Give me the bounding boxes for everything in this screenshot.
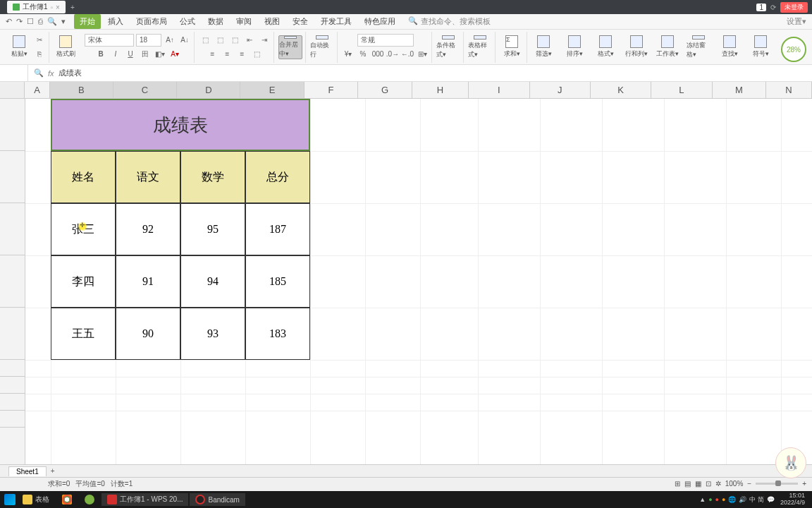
row-header[interactable] (0, 99, 25, 151)
menu-start[interactable]: 开始 (74, 14, 101, 29)
tray-volume-icon[interactable]: 🔊 (739, 496, 746, 503)
row-header[interactable] (0, 151, 25, 203)
header-cell[interactable]: 数学 (180, 151, 245, 203)
conditional-format-button[interactable]: 条件格式▾ (436, 35, 460, 59)
menu-security[interactable]: 安全 (287, 14, 314, 29)
strike-button[interactable]: 田 (139, 48, 152, 61)
wrap-text-button[interactable]: 自动换行 (310, 35, 334, 59)
align-left-button[interactable]: ≡ (207, 48, 219, 61)
data-cell[interactable]: 93 (180, 308, 245, 360)
italic-button[interactable]: I (109, 48, 122, 61)
data-cell[interactable]: 90 (116, 308, 180, 360)
col-header-B[interactable]: B (50, 82, 113, 98)
find-button[interactable]: 查找▾ (718, 35, 742, 59)
view-normal-icon[interactable]: ⊞ (675, 480, 680, 488)
col-header-D[interactable]: D (177, 82, 240, 98)
worksheet-button[interactable]: 工作表▾ (656, 35, 679, 59)
grow-font-button[interactable]: A↑ (164, 34, 176, 47)
cells-canvas[interactable]: 成绩表 姓名 语文 数学 总分 张三 92 95 187 李四 91 94 18… (25, 99, 812, 464)
header-cell[interactable]: 总分 (245, 151, 310, 203)
formula-input[interactable]: 成绩表 (59, 68, 82, 78)
row-header[interactable] (0, 377, 25, 394)
align-top-button[interactable]: ⬚ (199, 34, 211, 47)
data-cell[interactable]: 185 (245, 255, 310, 308)
menu-special[interactable]: 特色应用 (359, 14, 401, 29)
font-color-button[interactable]: A▾ (168, 48, 181, 61)
redo-button[interactable]: ↷ (16, 17, 23, 26)
col-header-J[interactable]: J (530, 82, 591, 98)
row-header[interactable] (0, 308, 25, 360)
number-format-select[interactable]: 常规 (357, 34, 414, 47)
view-break-icon[interactable]: ▦ (695, 480, 701, 488)
underline-button[interactable]: U (124, 48, 137, 61)
data-cell[interactable]: 李四 (51, 255, 116, 308)
performance-badge[interactable]: 28% (781, 37, 806, 62)
merge-center-button[interactable]: 合并居中▾ (278, 35, 302, 59)
sheet-tab[interactable]: Sheet1 (8, 466, 47, 476)
zoom-in-button[interactable]: + (802, 480, 806, 488)
sort-button[interactable]: 排序▾ (562, 35, 586, 59)
row-header[interactable] (0, 255, 25, 308)
data-cell[interactable]: 王五 (51, 308, 116, 360)
login-button[interactable]: 未登录 (780, 2, 808, 13)
format-painter-button[interactable]: 格式刷 (54, 35, 78, 59)
zoom-out-button[interactable]: − (747, 480, 751, 488)
data-cell[interactable]: 91 (116, 255, 180, 308)
percent-button[interactable]: % (357, 48, 369, 61)
menu-layout[interactable]: 页面布局 (130, 14, 173, 29)
indent-inc-button[interactable]: ⇥ (258, 34, 271, 47)
settings-dropdown[interactable]: 设置▾ (787, 16, 806, 27)
cut-button[interactable]: ✂ (33, 34, 46, 47)
row-header[interactable] (0, 411, 25, 428)
tab-close-icon[interactable]: × (56, 4, 60, 11)
align-right-button[interactable]: ≡ (236, 48, 249, 61)
tray-icon[interactable]: ● (715, 496, 719, 503)
menu-insert[interactable]: 插入 (102, 14, 129, 29)
undo-button[interactable]: ↶ (6, 17, 12, 26)
taskbar-chrome[interactable] (56, 493, 78, 506)
data-cell[interactable]: 94 (180, 255, 245, 308)
tray-notifications-icon[interactable]: 💬 (767, 496, 775, 503)
data-cell[interactable]: 95 (180, 203, 245, 255)
preview-button[interactable]: 🔍 (47, 17, 57, 26)
bold-button[interactable]: B (94, 48, 107, 61)
dec-decimal-button[interactable]: ←.0 (401, 48, 414, 61)
copy-button[interactable]: ⎘ (33, 48, 46, 61)
select-all-corner[interactable] (0, 82, 25, 98)
row-header[interactable] (0, 203, 25, 255)
cloud-icon[interactable]: ⟳ (770, 4, 776, 11)
tray-icon[interactable]: ● (708, 496, 712, 503)
add-sheet-button[interactable]: + (47, 467, 59, 475)
align-center-button[interactable]: ≡ (221, 48, 234, 61)
menu-data[interactable]: 数据 (202, 14, 229, 29)
save-button[interactable]: ☐ (27, 17, 34, 26)
font-size-select[interactable]: 18 (136, 34, 161, 47)
command-search[interactable]: 🔍 查找命令、搜索模板 (408, 16, 491, 27)
menu-dev[interactable]: 开发工具 (315, 14, 357, 29)
header-cell[interactable]: 姓名 (51, 151, 116, 203)
freeze-button[interactable]: 冻结窗格▾ (687, 35, 710, 59)
name-box[interactable] (0, 65, 28, 81)
row-header[interactable] (0, 394, 25, 411)
taskbar-wechat[interactable] (79, 493, 100, 506)
zoom-level[interactable]: 100% (725, 480, 744, 488)
row-header[interactable] (0, 360, 25, 377)
menu-formula[interactable]: 公式 (174, 14, 201, 29)
tray-icon[interactable]: ● (722, 496, 725, 503)
col-header-M[interactable]: M (713, 82, 767, 98)
col-header-L[interactable]: L (651, 82, 712, 98)
header-cell[interactable]: 语文 (116, 151, 180, 203)
col-header-F[interactable]: F (304, 82, 359, 98)
taskbar-clock[interactable]: 15:01 2022/4/9 (777, 492, 808, 507)
menu-review[interactable]: 审阅 (230, 14, 257, 29)
table-title-cell[interactable]: 成绩表 (51, 99, 310, 151)
align-middle-button[interactable]: ⬚ (214, 34, 226, 47)
indent-dec-button[interactable]: ⇤ (243, 34, 256, 47)
filter-button[interactable]: 筛选▾ (531, 35, 555, 59)
paste-button[interactable]: 粘贴▾ (7, 35, 31, 59)
zoom-slider[interactable] (756, 483, 798, 485)
sum-button[interactable]: Σ求和▾ (500, 35, 524, 59)
col-header-N[interactable]: N (766, 82, 812, 98)
taskbar-wps[interactable]: 工作簿1 - WPS 20... (102, 493, 188, 506)
taskbar-bandicam[interactable]: Bandicam (190, 493, 245, 506)
